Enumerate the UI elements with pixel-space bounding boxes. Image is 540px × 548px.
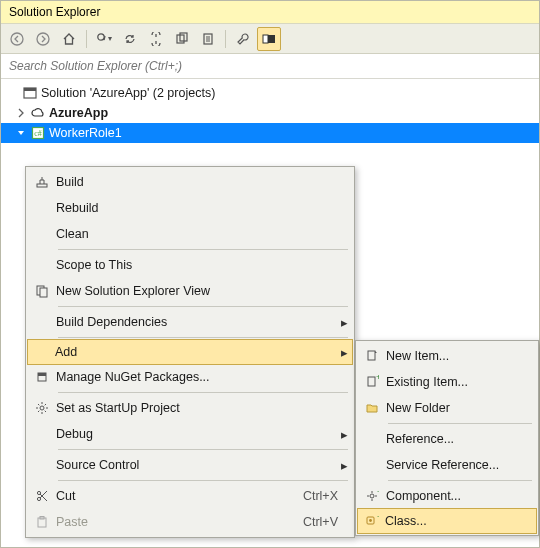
search-input[interactable] [7,58,533,74]
svg-point-0 [11,33,23,45]
svg-text:+: + [376,375,379,382]
folder-icon [358,401,386,415]
properties-button[interactable] [231,27,255,51]
svg-rect-9 [24,88,36,91]
arrow-right-circle-icon [36,32,50,46]
svg-rect-22 [368,351,375,360]
panel-title: Solution Explorer [9,5,100,19]
sync-icon [123,32,137,46]
submenu-item-existing-item[interactable]: + Existing Item... [358,369,536,395]
menu-item-debug[interactable]: Debug ▸ [28,421,352,447]
build-icon [28,175,56,189]
home-button[interactable] [57,27,81,51]
submenu-item-reference[interactable]: Reference... [358,426,536,452]
arrow-left-circle-icon [10,32,24,46]
preview-selected-button[interactable] [257,27,281,51]
svg-rect-23 [368,377,375,386]
pending-changes-button[interactable]: ▾ [92,27,116,51]
component-icon: + [358,489,386,503]
class-icon: + [358,514,385,528]
context-menu: Build Rebuild Clean Scope to This New So… [25,166,355,538]
menu-separator [58,306,348,307]
submenu-arrow-icon: ▸ [341,458,348,473]
shortcut-label: Ctrl+X [303,489,338,503]
toolbar-separator [86,30,87,48]
menu-separator [388,423,532,424]
menu-item-startup[interactable]: Set as StartUp Project [28,395,352,421]
menu-item-cut[interactable]: Cut Ctrl+X [28,483,352,509]
svg-rect-16 [38,373,46,376]
submenu-item-component[interactable]: + Component... [358,483,536,509]
gear-icon [28,401,56,415]
csharp-project-icon: c# [31,126,45,140]
menu-item-build-deps[interactable]: Build Dependencies ▸ [28,309,352,335]
menu-item-source-control[interactable]: Source Control ▸ [28,452,352,478]
submenu-arrow-icon: ▸ [341,345,348,360]
wrench-icon [236,32,250,46]
nuget-icon [28,370,56,384]
menu-separator [58,249,348,250]
show-all-files-button[interactable] [170,27,194,51]
svg-rect-7 [263,35,268,43]
menu-item-scope[interactable]: Scope to This [28,252,352,278]
expander-placeholder [7,87,19,99]
menu-item-paste: Paste Ctrl+V [28,509,352,535]
menu-item-add[interactable]: Add ▸ [27,339,353,365]
solution-label: Solution 'AzureApp' (2 projects) [41,86,215,100]
preview-icon [262,34,276,44]
menu-separator [58,480,348,481]
nav-back-button[interactable] [5,27,29,51]
view-code-button[interactable] [196,27,220,51]
sync-button[interactable] [118,27,142,51]
project-label: WorkerRole1 [49,126,122,140]
submenu-item-service-reference[interactable]: Service Reference... [358,452,536,478]
svg-rect-14 [40,288,47,297]
svg-point-25 [370,494,374,498]
menu-item-nuget[interactable]: Manage NuGet Packages... [28,364,352,390]
expander-expanded-icon[interactable] [15,127,27,139]
menu-separator [58,449,348,450]
svg-point-17 [40,406,44,410]
shortcut-label: Ctrl+V [303,515,338,529]
menu-separator [388,480,532,481]
cloud-icon [31,106,45,120]
project-node-workerrole1[interactable]: c# WorkerRole1 [1,123,539,143]
new-view-icon [28,284,56,298]
toolbar-separator [225,30,226,48]
dropdown-arrow-icon: ▾ [108,34,112,43]
solution-explorer-panel: Solution Explorer ▾ [0,0,540,548]
existing-item-icon: + [358,375,386,389]
menu-separator [58,337,348,338]
svg-point-28 [369,519,372,522]
home-icon [62,32,76,46]
panel-title-bar: Solution Explorer [1,1,539,24]
solution-icon [23,86,37,100]
clipboard-icon [28,515,56,529]
project-node-azureapp[interactable]: AzureApp [1,103,539,123]
collapse-icon [149,32,163,46]
submenu-item-new-item[interactable]: New Item... [358,343,536,369]
toolbar: ▾ [1,24,539,54]
submenu-arrow-icon: ▸ [341,315,348,330]
menu-item-clean[interactable]: Clean [28,221,352,247]
expander-collapsed-icon[interactable] [15,107,27,119]
document-icon [201,32,215,46]
submenu-item-class[interactable]: + Class... [357,508,537,534]
solution-node[interactable]: Solution 'AzureApp' (2 projects) [1,83,539,103]
menu-item-rebuild[interactable]: Rebuild [28,195,352,221]
solution-tree: Solution 'AzureApp' (2 projects) AzureAp… [1,79,539,147]
nav-forward-button[interactable] [31,27,55,51]
menu-item-new-view[interactable]: New Solution Explorer View [28,278,352,304]
menu-item-build[interactable]: Build [28,169,352,195]
collapse-all-button[interactable] [144,27,168,51]
submenu-arrow-icon: ▸ [341,427,348,442]
svg-point-2 [98,33,104,39]
svg-text:c#: c# [34,129,42,138]
svg-rect-12 [37,184,47,187]
search-row [1,54,539,79]
files-icon [175,32,189,46]
context-submenu-add: New Item... + Existing Item... New Folde… [355,340,539,536]
menu-separator [58,392,348,393]
submenu-item-new-folder[interactable]: New Folder [358,395,536,421]
svg-text:+: + [377,514,379,521]
